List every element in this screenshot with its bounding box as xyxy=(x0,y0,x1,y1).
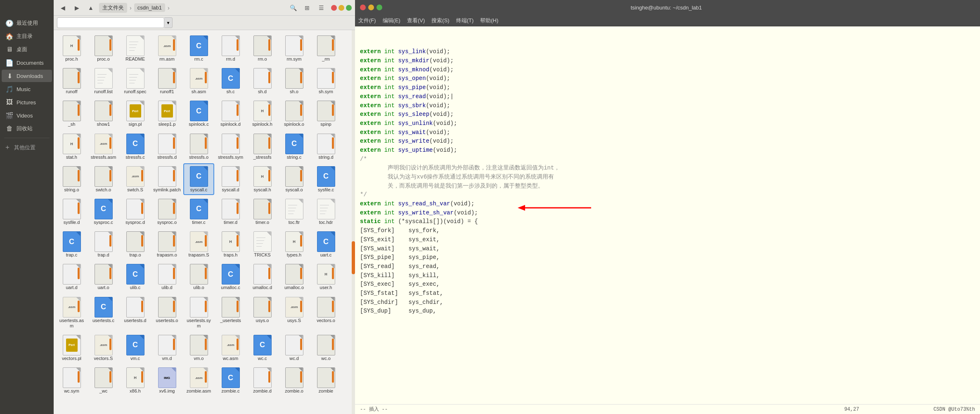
list-item[interactable]: symlink.patch xyxy=(151,163,182,195)
nav-forward-button[interactable]: ▶ xyxy=(71,2,83,14)
view-toggle-button[interactable]: ⊞ xyxy=(301,2,313,14)
list-item[interactable]: Csysproc.c xyxy=(88,196,119,228)
list-item[interactable]: Perlsleep1.p xyxy=(151,98,182,129)
list-item[interactable]: _wc xyxy=(88,365,119,396)
list-item[interactable]: trapasm.o xyxy=(151,228,182,260)
list-item[interactable]: Ctimer.c xyxy=(183,196,214,228)
list-item[interactable]: Czombie.c xyxy=(215,365,246,396)
list-item[interactable]: Cvm.c xyxy=(120,332,151,364)
nav-back-button[interactable]: ◀ xyxy=(57,2,69,14)
list-item[interactable]: .asmrm.asm xyxy=(151,33,182,64)
list-item[interactable]: timer.o xyxy=(247,196,278,228)
list-item[interactable]: Csh.c xyxy=(215,65,246,97)
list-item[interactable]: rm.d xyxy=(215,33,246,64)
list-item[interactable]: usertests.d xyxy=(120,294,151,331)
list-item[interactable]: runoff1 xyxy=(151,65,182,97)
list-item[interactable]: uart.o xyxy=(88,261,119,293)
list-item[interactable]: rm.sym xyxy=(279,33,310,64)
list-item[interactable]: zombie xyxy=(310,365,341,396)
terminal-minimize-button[interactable] xyxy=(368,5,374,10)
list-item[interactable]: wc.d xyxy=(279,332,310,364)
list-item[interactable]: .asmstressfs.asm xyxy=(88,131,119,162)
menu-button[interactable]: ☰ xyxy=(315,2,327,14)
list-item[interactable]: Cspinlock.c xyxy=(183,98,214,129)
list-item[interactable]: sh.o xyxy=(279,65,310,97)
sidebar-item-downloads[interactable]: ⬇ Downloads xyxy=(2,70,52,82)
list-item[interactable]: .asmusertests.asm xyxy=(56,294,87,331)
list-item[interactable]: Cstressfs.c xyxy=(120,131,151,162)
list-item[interactable]: Csyscall.c xyxy=(183,163,214,195)
list-item[interactable]: ulib.d xyxy=(151,261,182,293)
list-item[interactable]: Hproc.h xyxy=(56,33,87,64)
list-item[interactable]: vm.o xyxy=(183,332,214,364)
window-minimize-button[interactable] xyxy=(339,5,344,11)
sidebar-item-music[interactable]: 🎵 Music xyxy=(2,83,52,95)
list-item[interactable]: string.o xyxy=(56,163,87,195)
list-item[interactable]: rm.o xyxy=(247,33,278,64)
list-item[interactable]: timer.d xyxy=(215,196,246,228)
list-item[interactable]: spinlock.d xyxy=(215,98,246,129)
list-item[interactable]: TRICKS xyxy=(247,228,278,260)
list-item[interactable]: proc.o xyxy=(88,33,119,64)
menu-help[interactable]: 帮助(H) xyxy=(480,17,498,24)
list-item[interactable]: string.d xyxy=(310,131,341,162)
list-item[interactable]: uart.d xyxy=(56,261,87,293)
sidebar-item-recent[interactable]: 🕐 最近使用 xyxy=(2,17,52,29)
sidebar-item-desktop[interactable]: 🖥 桌面 xyxy=(2,43,52,56)
list-item[interactable]: stressfs.sym xyxy=(215,131,246,162)
search-dropdown[interactable]: ▼ xyxy=(164,17,173,28)
list-item[interactable]: .asmvectors.S xyxy=(88,332,119,364)
list-item[interactable]: Cumalloc.c xyxy=(215,261,246,293)
list-item[interactable]: syscall.o xyxy=(279,163,310,195)
list-item[interactable]: show1 xyxy=(88,98,119,129)
list-item[interactable]: Htraps.h xyxy=(215,228,246,260)
list-item[interactable]: usertests.o xyxy=(151,294,182,331)
sidebar-item-videos[interactable]: 🎬 Videos xyxy=(2,109,52,122)
sidebar-item-trash[interactable]: 🗑 回收站 xyxy=(2,122,52,135)
search-button[interactable]: 🔍 xyxy=(287,2,299,14)
list-item[interactable]: spinp xyxy=(310,98,341,129)
list-item[interactable]: Csysfile.c xyxy=(310,163,341,195)
list-item[interactable]: _sh xyxy=(56,98,87,129)
list-item[interactable]: .asmusys.S xyxy=(279,294,310,331)
list-item[interactable]: _stressfs xyxy=(247,131,278,162)
list-item[interactable]: syscall.d xyxy=(215,163,246,195)
list-item[interactable]: Cusertests.c xyxy=(88,294,119,331)
list-item[interactable]: stressfs.o xyxy=(183,131,214,162)
list-item[interactable]: toc.ftr xyxy=(279,196,310,228)
terminal-body[interactable]: extern int sys_link(void);extern int sys… xyxy=(355,26,980,404)
list-item[interactable]: sysfile.d xyxy=(56,196,87,228)
menu-terminal[interactable]: 终端(T) xyxy=(456,17,474,24)
list-item[interactable]: Hspinlock.h xyxy=(247,98,278,129)
list-item[interactable]: Culib.c xyxy=(120,261,151,293)
window-maximize-button[interactable] xyxy=(346,5,352,11)
menu-file[interactable]: 文件(F) xyxy=(358,17,376,24)
list-item[interactable]: IMGxv6.img xyxy=(151,365,182,396)
list-item[interactable]: usys.o xyxy=(247,294,278,331)
list-item[interactable]: trap.o xyxy=(120,228,151,260)
window-close-button[interactable] xyxy=(331,5,337,11)
list-item[interactable]: Hx86.h xyxy=(120,365,151,396)
list-item[interactable]: Huser.h xyxy=(310,261,341,293)
list-item[interactable]: sysproc.o xyxy=(151,196,182,228)
list-item[interactable]: _usertests xyxy=(215,294,246,331)
list-item[interactable]: wc.o xyxy=(310,332,341,364)
list-item[interactable]: Hsyscall.h xyxy=(247,163,278,195)
list-item[interactable]: Hstat.h xyxy=(56,131,87,162)
list-item[interactable]: zombie.o xyxy=(279,365,310,396)
list-item[interactable]: runoff.spec xyxy=(120,65,151,97)
list-item[interactable]: Htypes.h xyxy=(279,228,310,260)
list-item[interactable]: stressfs.d xyxy=(151,131,182,162)
terminal-close-button[interactable] xyxy=(360,5,366,10)
list-item[interactable]: Cstring.c xyxy=(279,131,310,162)
list-item[interactable]: zombie.d xyxy=(247,365,278,396)
list-item[interactable]: Perlsign.pl xyxy=(120,98,151,129)
list-item[interactable]: swtch.o xyxy=(88,163,119,195)
search-input[interactable] xyxy=(57,17,164,28)
list-item[interactable]: .asmsh.asm xyxy=(183,65,214,97)
list-item[interactable]: .asmtrapasm.S xyxy=(183,228,214,260)
list-item[interactable]: sysproc.d xyxy=(120,196,151,228)
list-item[interactable]: umalloc.d xyxy=(247,261,278,293)
list-item[interactable]: Cwc.c xyxy=(247,332,278,364)
list-item[interactable]: .asmzombie.asm xyxy=(183,365,214,396)
